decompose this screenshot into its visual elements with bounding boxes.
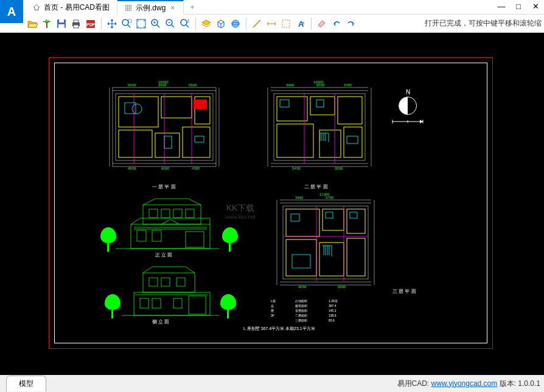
- zoom-realtime-button[interactable]: [178, 17, 192, 30]
- svg-text:4300: 4300: [192, 167, 200, 170]
- svg-text:总: 总: [270, 304, 274, 308]
- printer-icon: [71, 18, 82, 29]
- tab-home-label: 首页 - 易用CAD看图: [44, 2, 110, 13]
- zoom-in-button[interactable]: [149, 17, 162, 30]
- model-tab[interactable]: 模型: [6, 376, 46, 391]
- scale-bar: [389, 118, 426, 125]
- area-icon: [281, 18, 291, 29]
- info-table: L座占地面积1.26亩 总建筑面积367.4 层首层面积145.2 3F二层面积…: [268, 297, 365, 328]
- zoom-out-button[interactable]: [164, 17, 177, 30]
- redo-button[interactable]: [344, 17, 358, 30]
- svg-point-56: [132, 104, 142, 114]
- svg-rect-103: [173, 209, 182, 218]
- svg-rect-111: [152, 298, 161, 308]
- svg-text:二层面积: 二层面积: [295, 314, 307, 317]
- elev1-label: 正 立 面: [155, 252, 172, 258]
- tab-add-button[interactable]: +: [184, 0, 200, 15]
- svg-rect-77: [277, 124, 313, 157]
- drawing-canvas[interactable]: 500034605360 15820 450060004300 一 层 平 面: [0, 33, 544, 375]
- layers-icon: [201, 18, 212, 29]
- floorplan-3: 3460570011300 40003000: [268, 191, 383, 294]
- zoom-extents-button[interactable]: [134, 17, 148, 30]
- zoom-in-icon: [150, 18, 161, 29]
- svg-rect-82: [280, 100, 289, 107]
- svg-rect-9: [74, 20, 78, 22]
- svg-text:14300: 14300: [313, 80, 324, 84]
- svg-rect-59: [194, 100, 207, 109]
- svg-text:层: 层: [271, 309, 274, 312]
- zoom-window-button[interactable]: [120, 17, 133, 30]
- area-button[interactable]: [279, 17, 293, 30]
- tab-close-icon[interactable]: ×: [169, 4, 176, 12]
- svg-text:a: a: [302, 21, 304, 25]
- elevation-1: [110, 194, 225, 252]
- tab-home[interactable]: 首页 - 易用CAD看图: [26, 0, 117, 15]
- svg-rect-116: [176, 278, 185, 286]
- svg-rect-113: [189, 296, 206, 314]
- move-icon: [106, 18, 117, 29]
- render-button[interactable]: [229, 17, 242, 30]
- svg-rect-137: [292, 255, 310, 268]
- drawing-border: 500034605360 15820 450060004300 一 层 平 面: [49, 57, 493, 349]
- text-button[interactable]: Aa: [294, 17, 307, 30]
- svg-rect-104: [186, 209, 194, 218]
- statusbar: 模型 易用CAD: www.yiyongcad.com 版本: 1.0.0.1: [0, 375, 544, 392]
- pan-button[interactable]: [105, 17, 119, 30]
- cube-icon: [215, 18, 226, 29]
- tab-file-label: 示例.dwg: [136, 3, 166, 13]
- svg-rect-98: [137, 230, 146, 241]
- svg-rect-109: [143, 273, 195, 292]
- svg-rect-6: [59, 19, 64, 22]
- erase-button[interactable]: [315, 17, 329, 30]
- svg-rect-100: [186, 232, 204, 247]
- maximize-button[interactable]: □: [510, 0, 527, 12]
- svg-text:3460: 3460: [295, 196, 304, 199]
- floorplan-1: 500034605360 15820 450060004300: [103, 75, 225, 179]
- zoom-extents-icon: [136, 18, 147, 29]
- plan1-label: 一 层 平 面: [152, 184, 176, 190]
- tab-file[interactable]: 示例.dwg ×: [117, 0, 184, 15]
- svg-line-25: [186, 25, 189, 27]
- layers-button[interactable]: [200, 17, 213, 30]
- floppy-icon: [56, 18, 67, 29]
- line-tool-button[interactable]: [250, 17, 263, 30]
- svg-text:145.2: 145.2: [329, 309, 337, 312]
- status-info: 易用CAD: www.yiyongcad.com 版本: 1.0.0.1: [397, 379, 540, 389]
- svg-rect-136: [350, 212, 357, 218]
- elevation-2: [116, 261, 225, 318]
- minimize-button[interactable]: —: [493, 0, 510, 12]
- 3d-view-button[interactable]: [214, 17, 228, 30]
- undo-button[interactable]: [330, 17, 343, 30]
- tree-icon: [105, 294, 123, 318]
- version-value: 1.0.0.1: [518, 379, 540, 388]
- separator: [246, 18, 246, 30]
- compass-north-label: N: [406, 89, 410, 95]
- svg-rect-78: [319, 130, 341, 157]
- svg-line-18: [157, 25, 159, 27]
- elev2-label: 侧 立 面: [152, 318, 169, 325]
- save-button[interactable]: [55, 17, 68, 30]
- app-icon: A: [0, 0, 23, 23]
- svg-rect-110: [140, 298, 148, 308]
- measure-button[interactable]: [265, 17, 278, 30]
- svg-rect-10: [74, 25, 78, 28]
- brand-link[interactable]: www.yiyongcad.com: [431, 379, 498, 388]
- close-button[interactable]: ✕: [527, 0, 544, 12]
- tree-icon: [220, 294, 239, 318]
- print-button[interactable]: [69, 17, 83, 30]
- floorplan-2: 346050003700 14300 54003300: [262, 75, 377, 179]
- svg-rect-76: [338, 97, 362, 124]
- svg-rect-101: [149, 209, 158, 218]
- svg-text:三层面积: 三层面积: [295, 318, 307, 322]
- pdf-button[interactable]: PDF: [84, 17, 97, 30]
- version-label: 版本:: [500, 379, 516, 388]
- svg-text:15820: 15820: [158, 80, 169, 84]
- palm-button[interactable]: [40, 17, 54, 30]
- titlebar: 首页 - 易用CAD看图 示例.dwg × + — □ ✕: [0, 0, 544, 15]
- svg-text:3300: 3300: [335, 167, 343, 170]
- svg-text:138.6: 138.6: [329, 314, 337, 317]
- folder-open-icon: [27, 18, 38, 29]
- svg-rect-99: [152, 230, 161, 241]
- svg-text:367.4: 367.4: [329, 304, 337, 308]
- open-button[interactable]: [26, 17, 39, 30]
